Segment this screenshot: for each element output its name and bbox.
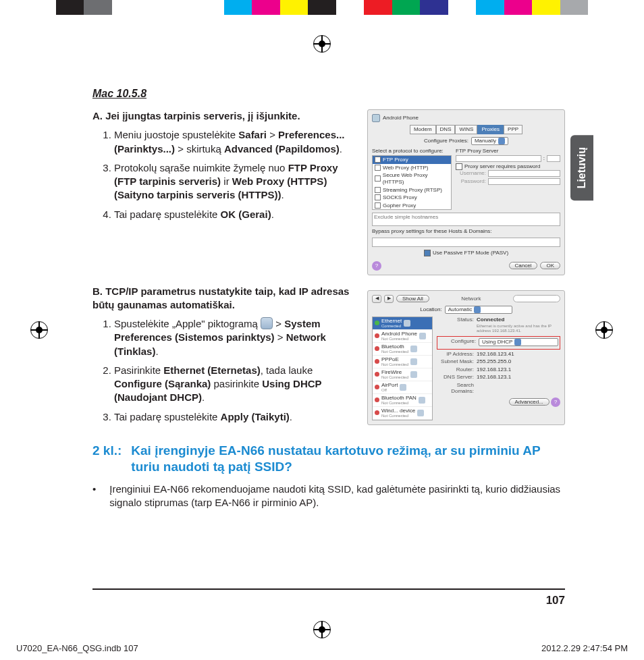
section-title: Mac 10.5.8 xyxy=(92,88,565,100)
page-number: 107 xyxy=(92,594,565,607)
step-a4: Tai padarę spustelėkite OK (Gerai). xyxy=(114,208,358,221)
step-b3: Tai padarę spustelėkite Apply (Taikyti). xyxy=(114,410,358,424)
step-b1: Spustelėkite „Apple" piktogramą > System… xyxy=(114,317,358,358)
configure-highlight: Configure:Using DHCP xyxy=(437,336,560,350)
step-a3: Protokolų sąraše nuimkite žymelę nuo FTP… xyxy=(114,161,358,202)
registration-color-bar xyxy=(0,0,644,15)
question-2: 2 kl.: Kai įrenginyje EA-N66 nustatau ka… xyxy=(92,443,565,476)
section-a-steps: Meniu juostoje spustelėkite Safari > Pre… xyxy=(114,128,358,221)
step-a1: Meniu juostoje spustelėkite Safari > Pre… xyxy=(114,128,358,156)
network-rows: IP Address:192.168.123.41Subnet Mask:255… xyxy=(437,351,560,395)
registration-mark-icon xyxy=(313,35,331,53)
section-b-steps: Spustelėkite „Apple" piktogramą > System… xyxy=(114,317,358,424)
registration-mark-icon xyxy=(313,621,331,638)
page-content: Mac 10.5.8 A. Jei įjungtas tarpinis serv… xyxy=(92,88,565,510)
forward-icon: ▶ xyxy=(384,295,394,303)
step-b2: Pasirinkite Ethernet (Eternetas), tada l… xyxy=(114,364,358,405)
device-icon xyxy=(372,114,380,122)
search-field xyxy=(513,295,560,302)
answer-bullet: • Įrenginiui EA-N66 rekomenduojame naudo… xyxy=(92,483,565,510)
ok-button: OK xyxy=(540,262,560,270)
protocol-list: FTP Proxy Web Proxy (HTTP) Secure Web Pr… xyxy=(372,155,452,210)
page-rule xyxy=(92,588,565,590)
registration-mark-icon xyxy=(595,321,613,339)
help-icon: ? xyxy=(372,261,381,271)
service-list: EthernetConnectedAndroid PhoneNot Connec… xyxy=(372,317,433,420)
language-tab: Lietuvių xyxy=(570,135,593,200)
back-icon: ◀ xyxy=(372,295,381,303)
section-b-heading: B. TCP/IP parametrus nustatykite taip, k… xyxy=(92,285,358,312)
section-a-heading: A. Jei įjungtas tarpinis serveris, jį iš… xyxy=(92,109,358,123)
print-footer: U7020_EA-N66_QSG.indb 107 2012.2.29 2:47… xyxy=(0,643,644,653)
registration-mark-icon xyxy=(30,321,48,339)
cancel-button: Cancel xyxy=(509,262,538,270)
apple-icon xyxy=(261,317,273,329)
screenshot-proxies: Android Phone ModemDNSWINSProxiesPPP Con… xyxy=(367,109,565,275)
screenshot-network: ◀ ▶ Show All Network Location:Automatic … xyxy=(367,290,565,425)
prefs-tabs: ModemDNSWINSProxiesPPP xyxy=(372,125,560,134)
